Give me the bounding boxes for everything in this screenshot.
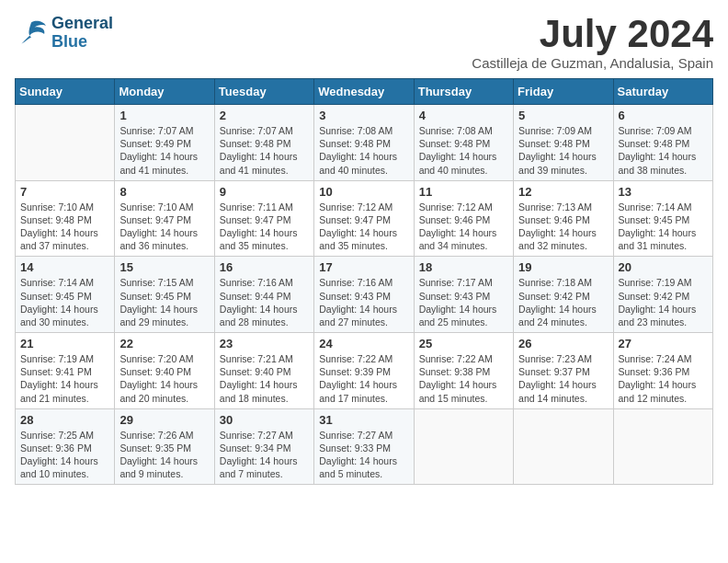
day-number: 6 [619,109,708,122]
day-info: Sunrise: 7:26 AMSunset: 9:35 PMDaylight:… [119,429,209,481]
calendar-cell: 13Sunrise: 7:14 AMSunset: 9:45 PMDayligh… [613,180,712,257]
day-info: Sunrise: 7:08 AMSunset: 9:48 PMDaylight:… [319,124,408,177]
calendar-cell: 17Sunrise: 7:16 AMSunset: 9:43 PMDayligh… [314,257,414,333]
calendar-cell: 9Sunrise: 7:11 AMSunset: 9:47 PMDaylight… [214,180,313,257]
day-number: 31 [319,413,408,427]
day-info: Sunrise: 7:22 AMSunset: 9:39 PMDaylight:… [319,352,408,405]
day-info: Sunrise: 7:16 AMSunset: 9:44 PMDaylight:… [220,276,309,328]
calendar-cell: 11Sunrise: 7:12 AMSunset: 9:46 PMDayligh… [414,180,513,257]
calendar-table: SundayMondayTuesdayWednesdayThursdayFrid… [15,78,713,485]
day-number: 15 [119,260,209,274]
calendar-cell: 22Sunrise: 7:20 AMSunset: 9:40 PMDayligh… [115,333,214,409]
day-info: Sunrise: 7:18 AMSunset: 9:42 PMDaylight:… [518,276,608,328]
weekday-header-wednesday: Wednesday [314,79,414,105]
day-number: 13 [619,185,708,199]
day-info: Sunrise: 7:11 AMSunset: 9:47 PMDaylight:… [220,201,309,253]
calendar-cell [514,408,613,485]
day-info: Sunrise: 7:14 AMSunset: 9:45 PMDaylight:… [20,276,109,328]
day-number: 7 [20,185,109,199]
calendar-header: SundayMondayTuesdayWednesdayThursdayFrid… [16,79,713,105]
day-number: 19 [518,260,608,274]
day-number: 17 [319,260,408,274]
calendar-cell: 21Sunrise: 7:19 AMSunset: 9:41 PMDayligh… [16,333,115,409]
calendar-cell: 20Sunrise: 7:19 AMSunset: 9:42 PMDayligh… [613,257,712,333]
day-number: 30 [220,413,309,427]
calendar-cell: 3Sunrise: 7:08 AMSunset: 9:48 PMDaylight… [314,105,414,181]
day-info: Sunrise: 7:13 AMSunset: 9:46 PMDaylight:… [518,201,608,253]
day-number: 14 [20,260,109,274]
calendar-cell: 30Sunrise: 7:27 AMSunset: 9:34 PMDayligh… [214,408,313,485]
day-info: Sunrise: 7:15 AMSunset: 9:45 PMDaylight:… [119,276,209,328]
calendar-cell: 10Sunrise: 7:12 AMSunset: 9:47 PMDayligh… [314,180,414,257]
day-number: 12 [518,185,608,199]
calendar-cell: 8Sunrise: 7:10 AMSunset: 9:47 PMDaylight… [115,180,214,257]
day-info: Sunrise: 7:09 AMSunset: 9:48 PMDaylight:… [619,124,708,177]
weekday-header-tuesday: Tuesday [214,79,313,105]
day-info: Sunrise: 7:24 AMSunset: 9:36 PMDaylight:… [619,352,708,405]
month-title: July 2024 [472,15,713,53]
weekday-header-friday: Friday [514,79,613,105]
day-number: 10 [319,185,408,199]
calendar-week-4: 21Sunrise: 7:19 AMSunset: 9:41 PMDayligh… [16,333,713,409]
calendar-week-3: 14Sunrise: 7:14 AMSunset: 9:45 PMDayligh… [16,257,713,333]
day-info: Sunrise: 7:12 AMSunset: 9:47 PMDaylight:… [319,201,408,253]
calendar-cell: 29Sunrise: 7:26 AMSunset: 9:35 PMDayligh… [115,408,214,485]
calendar-cell [16,105,115,181]
day-info: Sunrise: 7:12 AMSunset: 9:46 PMDaylight:… [419,201,508,253]
logo-text: General Blue [51,15,113,52]
day-number: 25 [419,337,508,350]
day-number: 4 [419,109,508,122]
calendar-cell: 16Sunrise: 7:16 AMSunset: 9:44 PMDayligh… [214,257,313,333]
calendar-cell: 24Sunrise: 7:22 AMSunset: 9:39 PMDayligh… [314,333,414,409]
weekday-header-sunday: Sunday [16,79,115,105]
day-number: 9 [220,185,309,199]
calendar-cell: 28Sunrise: 7:25 AMSunset: 9:36 PMDayligh… [16,408,115,485]
day-info: Sunrise: 7:16 AMSunset: 9:43 PMDaylight:… [319,276,408,328]
calendar-cell: 27Sunrise: 7:24 AMSunset: 9:36 PMDayligh… [613,333,712,409]
day-info: Sunrise: 7:19 AMSunset: 9:42 PMDaylight:… [619,276,708,328]
logo-icon [15,19,48,47]
page-header: General Blue July 2024 Castilleja de Guz… [15,15,713,71]
calendar-cell: 15Sunrise: 7:15 AMSunset: 9:45 PMDayligh… [115,257,214,333]
day-number: 26 [518,337,608,350]
calendar-cell: 4Sunrise: 7:08 AMSunset: 9:48 PMDaylight… [414,105,513,181]
day-info: Sunrise: 7:10 AMSunset: 9:48 PMDaylight:… [20,201,109,253]
day-info: Sunrise: 7:21 AMSunset: 9:40 PMDaylight:… [220,352,309,405]
day-info: Sunrise: 7:07 AMSunset: 9:48 PMDaylight:… [220,124,309,177]
day-info: Sunrise: 7:20 AMSunset: 9:40 PMDaylight:… [119,352,209,405]
day-info: Sunrise: 7:27 AMSunset: 9:34 PMDaylight:… [220,429,309,481]
calendar-cell: 12Sunrise: 7:13 AMSunset: 9:46 PMDayligh… [514,180,613,257]
day-info: Sunrise: 7:08 AMSunset: 9:48 PMDaylight:… [419,124,508,177]
title-section: July 2024 Castilleja de Guzman, Andalusi… [472,15,713,71]
weekday-header-thursday: Thursday [414,79,513,105]
calendar-cell: 1Sunrise: 7:07 AMSunset: 9:49 PMDaylight… [115,105,214,181]
day-info: Sunrise: 7:22 AMSunset: 9:38 PMDaylight:… [419,352,508,405]
day-number: 11 [419,185,508,199]
calendar-cell: 25Sunrise: 7:22 AMSunset: 9:38 PMDayligh… [414,333,513,409]
day-number: 8 [119,185,209,199]
day-number: 29 [119,413,209,427]
day-info: Sunrise: 7:09 AMSunset: 9:48 PMDaylight:… [518,124,608,177]
day-number: 20 [619,260,708,274]
day-number: 2 [220,109,309,122]
calendar-cell: 23Sunrise: 7:21 AMSunset: 9:40 PMDayligh… [214,333,313,409]
day-number: 23 [220,337,309,350]
calendar-cell: 31Sunrise: 7:27 AMSunset: 9:33 PMDayligh… [314,408,414,485]
day-info: Sunrise: 7:25 AMSunset: 9:36 PMDaylight:… [20,429,109,481]
day-info: Sunrise: 7:17 AMSunset: 9:43 PMDaylight:… [419,276,508,328]
calendar-cell: 26Sunrise: 7:23 AMSunset: 9:37 PMDayligh… [514,333,613,409]
calendar-cell: 18Sunrise: 7:17 AMSunset: 9:43 PMDayligh… [414,257,513,333]
day-number: 24 [319,337,408,350]
day-info: Sunrise: 7:23 AMSunset: 9:37 PMDaylight:… [518,352,608,405]
calendar-cell [414,408,513,485]
day-number: 5 [518,109,608,122]
day-number: 22 [119,337,209,350]
day-number: 18 [419,260,508,274]
calendar-cell: 14Sunrise: 7:14 AMSunset: 9:45 PMDayligh… [16,257,115,333]
weekday-header-row: SundayMondayTuesdayWednesdayThursdayFrid… [16,79,713,105]
weekday-header-monday: Monday [115,79,214,105]
day-info: Sunrise: 7:19 AMSunset: 9:41 PMDaylight:… [20,352,109,405]
day-info: Sunrise: 7:10 AMSunset: 9:47 PMDaylight:… [119,201,209,253]
location-title: Castilleja de Guzman, Andalusia, Spain [472,55,713,71]
day-number: 1 [119,109,209,122]
